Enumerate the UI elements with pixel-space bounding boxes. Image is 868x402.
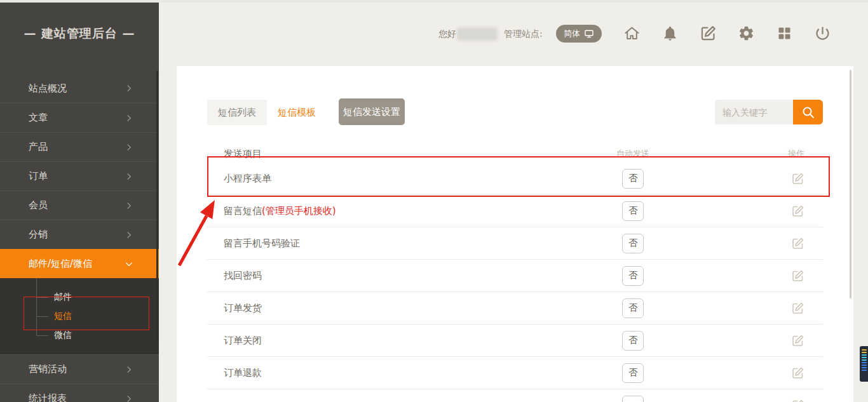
edit-icon[interactable]	[791, 302, 804, 315]
table-row: 订单关闭 否	[207, 325, 823, 357]
tab-bar: 短信列表 短信模板	[207, 100, 327, 125]
sidebar-item-label: 邮件/短信/微信	[29, 258, 92, 270]
auto-send-toggle[interactable]: 否	[622, 169, 644, 189]
auto-send-toggle[interactable]: 否	[622, 298, 644, 318]
sidebar-item-members[interactable]: 会员	[0, 191, 159, 220]
submenu-item-sms[interactable]: 短信	[0, 307, 159, 326]
sidebar-item-label: 站点概况	[29, 83, 67, 95]
sidebar-submenu: 邮件 短信 微信	[0, 278, 159, 354]
submenu-item-wechat[interactable]: 微信	[0, 326, 159, 345]
sms-template-table: 发送项目 自动发送 操作 小程序表单 否 留言短信(管理员手机接收) 否 留言手…	[207, 145, 823, 402]
row-name: 留言手机号码验证	[224, 238, 300, 249]
edit-icon[interactable]	[791, 172, 804, 185]
table-row: 找回密码 否	[207, 260, 823, 292]
sidebar-item-mail-sms-wechat[interactable]: 邮件/短信/微信	[0, 249, 159, 278]
tab-sms-list[interactable]: 短信列表	[207, 100, 267, 125]
header-icon-row	[623, 25, 831, 42]
table-row: 小程序表单 否	[207, 163, 823, 195]
chevron-right-icon	[125, 365, 133, 374]
auto-send-toggle[interactable]: 否	[622, 201, 644, 221]
bell-icon[interactable]	[661, 25, 679, 42]
row-name: 找回密码	[224, 270, 262, 281]
edit-icon[interactable]	[791, 366, 804, 380]
sidebar-item-label: 文章	[29, 112, 48, 124]
row-note: (管理员手机接收)	[262, 205, 336, 217]
sidebar-item-distribution[interactable]: 分销	[0, 220, 159, 249]
content-panel: 短信列表 短信模板 短信发送设置 发送项目 自动发送 操作 小程序表单 否 留言…	[177, 66, 853, 402]
table-row-partial	[207, 389, 823, 402]
power-icon[interactable]	[814, 25, 831, 42]
chevron-right-icon	[125, 172, 133, 181]
floating-toolbar-widget	[860, 346, 868, 382]
column-header-auto-send: 自动发送	[595, 148, 671, 159]
submenu-item-mail[interactable]: 邮件	[0, 288, 159, 307]
content-scrollbar[interactable]	[850, 70, 851, 298]
chevron-right-icon	[125, 231, 133, 239]
browser-top-strip	[0, 0, 868, 3]
sidebar-item-statistics[interactable]: 统计报表	[0, 384, 159, 402]
auto-send-toggle[interactable]: 否	[622, 234, 644, 253]
auto-send-toggle[interactable]: 否	[622, 331, 644, 351]
table-header: 发送项目 自动发送 操作	[207, 145, 823, 163]
edit-icon[interactable]	[791, 334, 804, 347]
app-title: — 建站管理后台 —	[0, 25, 159, 42]
row-name: 订单退款	[224, 367, 262, 379]
auto-send-toggle[interactable]	[622, 396, 644, 402]
table-row: 订单退款 否	[207, 357, 823, 389]
chevron-right-icon	[125, 84, 133, 93]
chevron-right-icon	[125, 201, 133, 210]
column-header-actions: 操作	[671, 148, 823, 159]
edit-icon[interactable]	[791, 269, 804, 283]
search-bar	[715, 100, 823, 124]
table-row: 留言短信(管理员手机接收) 否	[207, 195, 823, 227]
search-input[interactable]	[715, 100, 793, 124]
language-pill[interactable]: 简体	[556, 25, 602, 43]
chevron-right-icon	[125, 143, 133, 152]
sidebar-item-label: 订单	[29, 170, 48, 182]
sidebar: — 建站管理后台 — 站点概况 文章 产品 订单 会员 分销 邮件/短信/微信	[0, 3, 159, 402]
sidebar-item-label: 会员	[29, 199, 48, 211]
sidebar-item-marketing[interactable]: 营销活动	[0, 354, 159, 384]
chevron-right-icon	[125, 394, 133, 402]
edit-icon[interactable]	[791, 204, 804, 218]
row-name: 留言短信	[224, 205, 262, 217]
tab-sms-template[interactable]: 短信模板	[267, 100, 327, 125]
sidebar-item-label: 分销	[29, 229, 48, 241]
table-row: 留言手机号码验证 否	[207, 227, 823, 260]
edit-icon[interactable]	[791, 237, 804, 250]
monitor-icon	[584, 29, 594, 39]
apps-grid-icon[interactable]	[776, 25, 793, 42]
column-header-send-item: 发送项目	[207, 148, 595, 160]
chevron-down-icon	[125, 260, 133, 269]
auto-send-toggle[interactable]: 否	[622, 266, 644, 286]
manage-site-label: 管理站点:	[504, 29, 543, 40]
row-name: 订单关闭	[224, 335, 262, 346]
auto-send-toggle[interactable]: 否	[622, 363, 644, 383]
search-icon	[801, 105, 816, 120]
edit-icon[interactable]	[791, 399, 804, 402]
row-name: 小程序表单	[224, 173, 271, 184]
redacted-username	[457, 27, 498, 41]
submenu-item-label: 邮件	[54, 291, 72, 303]
compose-icon[interactable]	[700, 25, 717, 42]
sidebar-nav: 站点概况 文章 产品 订单 会员 分销 邮件/短信/微信	[0, 74, 159, 402]
submenu-item-label: 短信	[54, 311, 72, 322]
sidebar-item-site-overview[interactable]: 站点概况	[0, 74, 159, 103]
sidebar-item-orders[interactable]: 订单	[0, 161, 159, 191]
home-icon[interactable]	[623, 25, 641, 42]
sidebar-item-products[interactable]: 产品	[0, 132, 159, 161]
sidebar-item-label: 统计报表	[29, 392, 67, 402]
sms-send-settings-button[interactable]: 短信发送设置	[339, 98, 405, 125]
sidebar-scrollbar[interactable]	[156, 70, 158, 341]
chevron-right-icon	[125, 114, 133, 123]
search-button[interactable]	[793, 100, 823, 124]
sidebar-item-articles[interactable]: 文章	[0, 103, 159, 132]
row-name: 订单发货	[224, 302, 262, 314]
table-row: 订单发货 否	[207, 292, 823, 325]
gear-icon[interactable]	[738, 25, 755, 42]
sidebar-item-label: 营销活动	[29, 363, 67, 375]
sidebar-item-label: 产品	[29, 141, 48, 153]
submenu-item-label: 微信	[54, 330, 72, 341]
language-label: 简体	[564, 28, 580, 39]
